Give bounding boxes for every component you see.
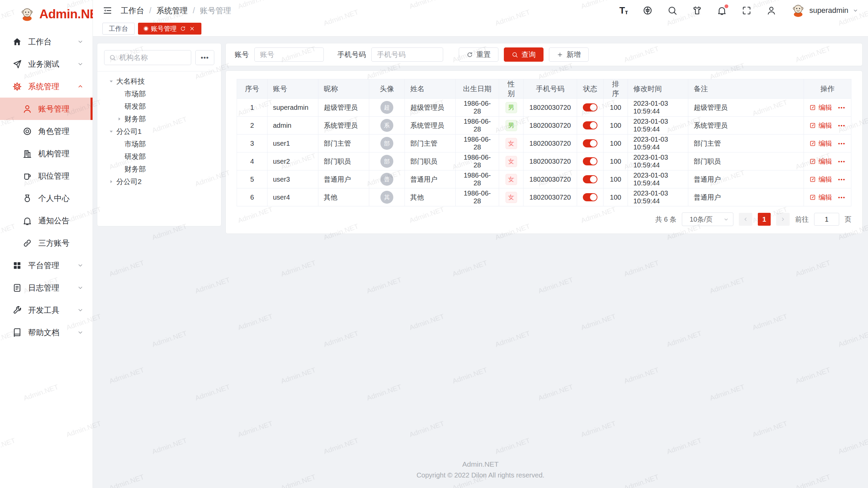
- collapse-sidebar-icon[interactable]: [102, 5, 113, 16]
- phone-label: 手机号码: [337, 50, 366, 59]
- fullscreen-icon[interactable]: [742, 5, 752, 16]
- status-toggle[interactable]: [583, 193, 597, 201]
- caret-down-icon[interactable]: [108, 128, 116, 135]
- row-more-button[interactable]: •••: [838, 141, 846, 146]
- sidebar-item-personal-center[interactable]: 个人中心: [0, 187, 93, 209]
- sidebar-item-help-docs[interactable]: 帮助文档: [0, 321, 93, 344]
- sidebar-item-notice-announcement[interactable]: 通知公告: [0, 209, 93, 232]
- caret-right-icon[interactable]: [116, 116, 124, 122]
- cell-phone: 18020030720: [524, 152, 577, 170]
- building-icon: [22, 149, 32, 159]
- sidebar-item-third-party-account[interactable]: 三方账号: [0, 232, 93, 254]
- breadcrumb-item[interactable]: 工作台: [121, 5, 144, 16]
- sidebar-item-workbench[interactable]: 工作台: [0, 30, 93, 53]
- tab-workbench[interactable]: 工作台: [102, 23, 135, 35]
- phone-input[interactable]: [371, 47, 443, 62]
- status-toggle[interactable]: [583, 139, 597, 147]
- sidebar-item-business-test[interactable]: 业务测试: [0, 53, 93, 75]
- logo-monkey-icon: [20, 7, 35, 22]
- sidebar-item-role-management[interactable]: 角色管理: [0, 120, 93, 142]
- avatar: 普: [380, 173, 393, 186]
- row-more-button[interactable]: •••: [838, 105, 846, 110]
- cell-status: [577, 99, 604, 117]
- column-header: 姓名: [405, 79, 456, 99]
- search-button[interactable]: 查询: [504, 47, 544, 62]
- notification-bell-icon[interactable]: [717, 5, 727, 16]
- theme-shirt-icon[interactable]: [692, 5, 702, 16]
- org-search-input[interactable]: [119, 54, 186, 62]
- edit-button[interactable]: 编辑: [809, 139, 832, 148]
- row-more-button[interactable]: •••: [838, 159, 846, 164]
- edit-button[interactable]: 编辑: [809, 175, 832, 184]
- tab-account-management[interactable]: 账号管理: [138, 23, 201, 35]
- status-toggle[interactable]: [583, 157, 597, 165]
- tab-close-icon[interactable]: [189, 26, 195, 32]
- caret-down-icon[interactable]: [108, 78, 116, 84]
- sidebar-item-log-management[interactable]: 日志管理: [0, 277, 93, 299]
- sidebar-item-position-management[interactable]: 职位管理: [0, 165, 93, 187]
- next-page-button[interactable]: [776, 213, 790, 226]
- goto-page-input[interactable]: [814, 213, 839, 226]
- search-icon[interactable]: [667, 5, 677, 16]
- caret-right-icon[interactable]: [108, 179, 116, 185]
- table-header-row: 序号账号昵称头像姓名出生日期性别手机号码状态排序修改时间备注操作: [237, 79, 851, 99]
- tree-node[interactable]: 研发部: [104, 150, 214, 163]
- profile-person-icon[interactable]: [766, 5, 776, 16]
- tree-node-label: 财务部: [124, 164, 146, 174]
- table-row: 5user3普通用户普普通用户1986-06-28女18020030720100…: [237, 170, 851, 188]
- tree-node[interactable]: 分公司1: [104, 125, 214, 138]
- column-header: 状态: [577, 79, 604, 99]
- cell-phone: 18020030720: [524, 99, 577, 117]
- cell-name: 普通用户: [405, 170, 456, 188]
- tree-node[interactable]: 财务部: [104, 113, 214, 125]
- row-more-button[interactable]: •••: [838, 195, 846, 200]
- account-input[interactable]: [254, 47, 324, 62]
- user-menu[interactable]: superadmin: [791, 3, 859, 18]
- main-area: 工作台 / 系统管理 / 账号管理 Tт superadmin: [93, 0, 868, 488]
- tree-node[interactable]: 大名科技: [104, 75, 214, 87]
- logo[interactable]: Admin.NET: [0, 0, 93, 28]
- page-number-current[interactable]: 1: [758, 213, 771, 226]
- edit-button[interactable]: 编辑: [809, 121, 832, 130]
- sidebar-item-system-management[interactable]: 系统管理: [0, 75, 93, 98]
- pagination: 共 6 条 10条/页 1 前往 页: [237, 212, 851, 226]
- tab-refresh-icon[interactable]: [180, 26, 186, 32]
- prev-page-button[interactable]: [739, 213, 752, 226]
- org-more-button[interactable]: •••: [195, 50, 214, 65]
- edit-button[interactable]: 编辑: [809, 157, 832, 166]
- status-toggle[interactable]: [583, 121, 597, 129]
- cell-sort: 100: [604, 170, 628, 188]
- edit-icon: [809, 122, 816, 129]
- font-size-icon[interactable]: Tт: [619, 6, 628, 15]
- tree-node[interactable]: 分公司2: [104, 175, 214, 188]
- tree-node[interactable]: 研发部: [104, 100, 214, 113]
- sidebar-item-account-management[interactable]: 账号管理: [0, 98, 93, 120]
- page-size-select[interactable]: 10条/页: [682, 212, 733, 226]
- status-toggle[interactable]: [583, 103, 597, 111]
- row-more-button[interactable]: •••: [838, 177, 846, 182]
- search-icon: [512, 52, 518, 58]
- breadcrumb-item[interactable]: 系统管理: [156, 5, 188, 16]
- footer-copyright: Copyright © 2022 Dilon All rights reserv…: [93, 471, 868, 479]
- edit-icon: [809, 140, 816, 147]
- tree-node[interactable]: 市场部: [104, 87, 214, 100]
- reset-button[interactable]: 重置: [459, 47, 498, 62]
- tree-node[interactable]: 市场部: [104, 138, 214, 150]
- status-toggle[interactable]: [583, 175, 597, 183]
- cell-remark: 普通用户: [688, 170, 804, 188]
- tree-node[interactable]: 财务部: [104, 163, 214, 175]
- gender-badge: 女: [506, 138, 517, 149]
- row-more-button[interactable]: •••: [838, 123, 846, 128]
- add-button[interactable]: 新增: [549, 47, 589, 62]
- avatar: 系: [380, 119, 393, 132]
- sidebar-item-org-management[interactable]: 机构管理: [0, 142, 93, 165]
- sidebar-item-dev-tools[interactable]: 开发工具: [0, 299, 93, 321]
- sidebar-item-platform-management[interactable]: 平台管理: [0, 254, 93, 277]
- edit-button[interactable]: 编辑: [809, 193, 832, 202]
- cell-nickname: 普通用户: [318, 170, 369, 188]
- language-icon[interactable]: [643, 5, 653, 16]
- notification-badge: [725, 4, 728, 8]
- table-row: 2admin系统管理员系系统管理员1986-06-28男180200307201…: [237, 117, 851, 135]
- sidebar-item-label: 个人中心: [38, 193, 84, 204]
- edit-button[interactable]: 编辑: [809, 103, 832, 112]
